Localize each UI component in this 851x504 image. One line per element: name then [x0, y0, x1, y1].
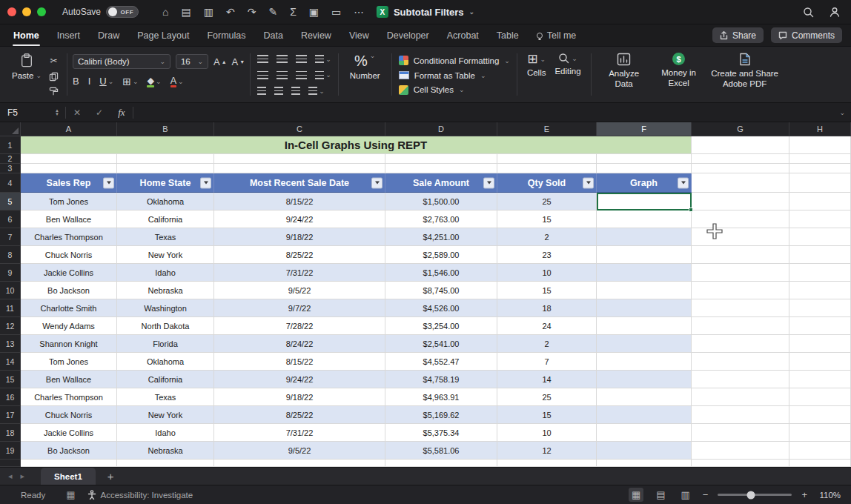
cell-D7[interactable]: $4,251.00 [385, 228, 497, 246]
cell-B7[interactable]: Texas [117, 228, 214, 246]
cell-D14[interactable]: $4,552.47 [385, 353, 497, 371]
cell-H11[interactable] [789, 299, 851, 317]
cell-H19[interactable] [789, 442, 851, 460]
analyze-data-button[interactable]: Analyze Data [597, 50, 652, 100]
column-header-D[interactable]: D [385, 122, 497, 136]
column-header-E[interactable]: E [497, 122, 597, 136]
cell-H9[interactable] [789, 264, 851, 282]
cell-G8[interactable] [692, 246, 789, 264]
cell-G16[interactable] [692, 388, 789, 406]
cell-E2[interactable] [497, 154, 597, 164]
redo-icon[interactable]: ↷ [248, 7, 256, 17]
align-right-icon[interactable] [296, 71, 307, 79]
row-header-18[interactable]: 18 [0, 424, 21, 442]
cell-D6[interactable]: $2,763.00 [385, 210, 497, 228]
select-all-corner[interactable] [0, 122, 21, 136]
cell-E19[interactable]: 12 [497, 442, 597, 460]
cell-D19[interactable]: $5,581.06 [385, 442, 497, 460]
cell-C3[interactable] [214, 164, 385, 173]
row-header-6[interactable]: 6 [0, 210, 21, 228]
cell-A9[interactable]: Jackie Collins [21, 264, 117, 282]
ribbon-tab-view[interactable]: View [340, 24, 378, 47]
align-middle-icon[interactable] [277, 55, 288, 63]
font-color-button[interactable]: A⌄ [170, 76, 184, 87]
cell-A20[interactable] [21, 460, 117, 467]
previous-sheet-icon[interactable]: ◂ [8, 471, 13, 481]
cell-A12[interactable]: Wendy Adams [21, 317, 117, 335]
zoom-out-button[interactable]: − [703, 489, 709, 500]
align-bottom-icon[interactable] [296, 55, 307, 63]
cell-D12[interactable]: $3,254.00 [385, 317, 497, 335]
cell-B19[interactable]: Nebraska [117, 442, 214, 460]
cell-G14[interactable] [692, 353, 789, 371]
cell-F19[interactable] [597, 442, 692, 460]
cell-A11[interactable]: Charlotte Smith [21, 299, 117, 317]
filter-button-sales-rep[interactable] [103, 177, 114, 188]
cell-A19[interactable]: Bo Jackson [21, 442, 117, 460]
column-header-C[interactable]: C [214, 122, 385, 136]
cell-D10[interactable]: $8,745.00 [385, 282, 497, 299]
money-in-excel-button[interactable]: $ Money in Excel [652, 50, 706, 100]
cell-A15[interactable]: Ben Wallace [21, 371, 117, 388]
undo-icon[interactable]: ↶ [226, 7, 235, 17]
cell-H14[interactable] [789, 353, 851, 371]
row-header-15[interactable]: 15 [0, 371, 21, 388]
font-name-select[interactable]: Calibri (Body)⌄ [73, 54, 170, 69]
cell-C19[interactable]: 9/5/22 [214, 442, 385, 460]
zoom-in-button[interactable]: + [801, 489, 807, 500]
decrease-font-size-button[interactable]: A▼ [232, 56, 245, 67]
percent-style-button[interactable]: %⌄ [354, 52, 375, 70]
cell-B9[interactable]: Idaho [117, 264, 214, 282]
increase-indent-icon[interactable] [274, 87, 283, 95]
cell-H20[interactable] [789, 460, 851, 467]
cell-C5[interactable]: 8/15/22 [214, 193, 385, 210]
row-header-1[interactable]: 1 [0, 136, 21, 154]
table-header-most-recent-sale-date[interactable]: Most Recent Sale Date [214, 173, 385, 193]
cell-A6[interactable]: Ben Wallace [21, 210, 117, 228]
table-header-sale-amount[interactable]: Sale Amount [385, 173, 497, 193]
cell-H8[interactable] [789, 246, 851, 264]
bold-button[interactable]: B [73, 76, 79, 87]
next-sheet-icon[interactable]: ▸ [21, 471, 25, 481]
orientation-button[interactable]: ⌄ [315, 71, 331, 79]
cell-B12[interactable]: North Dakota [117, 317, 214, 335]
cell-E8[interactable]: 23 [497, 246, 597, 264]
normal-view-icon[interactable]: ▦ [629, 488, 643, 502]
fill-color-button[interactable]: ◆⌄ [147, 75, 161, 87]
cell-G15[interactable] [692, 371, 789, 388]
cell-C9[interactable]: 7/31/22 [214, 264, 385, 282]
merge-center-icon[interactable] [291, 87, 300, 95]
search-icon[interactable] [803, 7, 814, 18]
ribbon-tab-draw[interactable]: Draw [89, 24, 128, 47]
cell-B16[interactable]: Texas [117, 388, 214, 406]
cell-E11[interactable]: 18 [497, 299, 597, 317]
cell-E9[interactable]: 10 [497, 264, 597, 282]
cell-E15[interactable]: 14 [497, 371, 597, 388]
close-window-button[interactable] [7, 7, 16, 16]
page-break-preview-icon[interactable]: ▥ [678, 488, 693, 502]
cell-B18[interactable]: Idaho [117, 424, 214, 442]
zoom-slider-knob[interactable] [747, 491, 755, 499]
cell-D11[interactable]: $4,526.00 [385, 299, 497, 317]
cell-F18[interactable] [597, 424, 692, 442]
cell-B8[interactable]: New York [117, 246, 214, 264]
ribbon-tab-review[interactable]: Review [292, 24, 340, 47]
cell-D17[interactable]: $5,169.62 [385, 406, 497, 424]
row-header-16[interactable]: 16 [0, 388, 21, 406]
cell-G5[interactable] [692, 193, 789, 210]
cell-B5[interactable]: Oklahoma [117, 193, 214, 210]
cell-C7[interactable]: 9/18/22 [214, 228, 385, 246]
printer-icon[interactable]: ▭ [331, 7, 341, 17]
align-center-icon[interactable] [277, 71, 288, 79]
cell-B10[interactable]: Nebraska [117, 282, 214, 299]
cell-B3[interactable] [117, 164, 214, 173]
ribbon-tab-table[interactable]: Table [488, 24, 528, 47]
home-icon[interactable]: ⌂ [162, 7, 168, 17]
cell-E7[interactable]: 2 [497, 228, 597, 246]
column-header-F[interactable]: F [597, 122, 692, 136]
editing-button[interactable]: ⌄ Editing [550, 50, 585, 100]
cell-B20[interactable] [117, 460, 214, 467]
cell-C18[interactable]: 7/31/22 [214, 424, 385, 442]
column-header-H[interactable]: H [789, 122, 851, 136]
comments-button[interactable]: Comments [771, 27, 842, 43]
